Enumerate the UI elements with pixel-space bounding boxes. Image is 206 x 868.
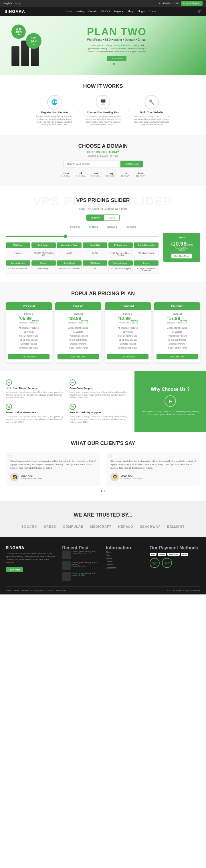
cart-icon[interactable]: 🛒 [198,10,201,13]
plan-classic[interactable]: Classic [89,225,98,228]
pricing-btn-1[interactable]: Get This Plan [57,354,99,360]
billing-monthly-btn[interactable]: Monthly [86,215,104,221]
nav-whois[interactable]: WHOIS [101,10,110,13]
navbar: SINGARA Home Hosting Domain WHOIS Pages … [0,7,206,16]
logo[interactable]: SINGARA [5,9,25,14]
post-thumb-2 [62,561,71,570]
hero-section: UP TO 30% OFF From $12 Year PLAN TWO Wor… [0,16,206,75]
price-amount: $12 [31,39,37,43]
classic-get-btn[interactable]: Get This Plan [171,254,192,258]
val-cpu: 2 vCore [6,250,30,258]
footer-desc: Lorem ipsum is simply dummy text of the … [6,552,56,564]
info-link-career[interactable]: Career [106,560,144,563]
twitter-icon[interactable]: t [23,2,23,5]
hero-cta-button[interactable]: Learn More [107,56,127,61]
play-button[interactable]: ▶ [164,395,176,407]
dot-2[interactable] [116,63,118,65]
hosting-icon: 🖥️ [96,95,110,109]
footer-bottom-home[interactable]: Home [6,590,11,592]
test-dot-2[interactable] [104,490,105,492]
author-name-1: Jane Doe [21,475,42,477]
step1-desc: Lorem ipsum is simply dummy text of the … [36,115,73,126]
pricing-btn-0[interactable]: Get This Plan [8,354,50,360]
why-desc-1: Lorem ipsum is simply dummy text of the … [6,391,65,399]
post-title-3[interactable]: Lorem ipsum dummy text [72,572,95,574]
seal-1: SECURE SSL [150,558,160,568]
post-title-1[interactable]: Lorem ipsum dummy text [72,551,95,553]
how-step-3: 🔧 Build Your Website Lorem ipsum is simp… [133,95,170,126]
nav-hosting[interactable]: Hosting [76,10,84,13]
tld-tv: .tv $12.99/Y [121,172,130,178]
how-works-grid: 🌐 Register Your Domain Lorem ipsum is si… [6,95,200,126]
nav-links: Home Hosting Domain WHOIS Pages ▾ Shop B… [65,10,158,13]
vps-slider-track[interactable] [6,236,158,237]
footer-learn-more-btn[interactable]: Learn More [6,567,23,572]
info-link-contact[interactable]: Contact [106,563,144,566]
logo-medicraft: MEDICRAFT [91,525,111,528]
feature-item: 25 GB SSD Storage [107,338,149,342]
logo-main: GARA [12,9,25,14]
classic-price-main: 10.99 [172,241,186,247]
plan-standard[interactable]: Standard [106,225,117,228]
seal-2: TRUSTED SITE [162,558,172,568]
footer-about: SINGARA Lorem ipsum is simply dummy text… [6,546,56,581]
dot-1[interactable] [113,63,115,65]
login-button[interactable]: Login / Sign up [181,1,203,6]
domain-price-link[interactable]: $10.99 [100,154,108,157]
googleplus-icon[interactable]: g+ [19,2,22,5]
footer-posts-list: Lorem ipsum dummy text January 12, 2019 … [62,551,100,581]
why-item-4: 04 Free 24/7 Priority Support Lorem ipsu… [70,404,129,423]
hero-dots [45,63,189,65]
why-title-1: Up to Join Faster Servers [6,387,65,390]
nav-home[interactable]: Home [65,10,72,13]
domain-search-button[interactable]: Search Now [121,161,143,167]
classic-price-unit: /month [186,244,192,246]
plan-personal[interactable]: Personal [70,225,80,228]
info-link-datacenter[interactable]: Datacenter [106,566,144,569]
testimonials-title: WHAT OUR CLIENT'S SAY [6,440,200,446]
footer-bottom-datacenter[interactable]: Datacenter [56,590,66,592]
vps-slider-container: CPU Power Disk Space Guaranteed RAM Burs… [6,233,200,274]
vps-slider-thumb[interactable] [64,235,67,238]
language-selector[interactable]: English [3,2,12,5]
domain-search-input[interactable] [63,161,121,167]
price-from: From [31,37,36,39]
footer-bottom-contact[interactable]: Contact [46,590,53,592]
billing-yearly-btn[interactable]: Yearly [104,215,120,221]
plan-premium[interactable]: Premium [126,225,136,228]
why-title-2: Guru Crew Support [70,387,129,390]
post-title-2[interactable]: Lorem ipsum dummy text of printing [72,561,100,565]
test-dot-1[interactable] [101,490,102,492]
logo-sogard: SOGARD [22,525,37,528]
nav-pages[interactable]: Pages ▾ [114,10,124,13]
top-bar-right: +1 45-884-14248 Login / Sign up [159,1,203,6]
pricing-price-2: $12.99/mo/mo [107,316,149,322]
info-link-blog[interactable]: Blog [106,554,144,557]
visa-card: VISA [150,553,156,556]
badge-off: OFF [17,33,21,35]
dot-3[interactable] [119,63,121,65]
feature-item: Unlimited Transfer [156,342,198,346]
pricing-body-classic: Starting at $08.99/mo/mo Previous Price:… [55,310,101,362]
facebook-icon[interactable]: f [14,2,15,5]
footer-bottom-about[interactable]: About [14,590,19,592]
footer-payment: Our Payment Methods VISA PayPal MasterCa… [150,546,200,581]
info-link-affiliate[interactable]: Affiliate [106,557,144,560]
linkedin-icon[interactable]: in [16,2,18,5]
how-step-1: 🌐 Register Your Domain Lorem ipsum is si… [36,95,73,126]
nav-contact[interactable]: Contact [149,10,158,13]
val-disk: 200-300 GB / 150-250 GB [31,250,56,258]
footer-post-3: Lorem ipsum dummy text January 8, 2019 [62,572,100,581]
tld-com-name: .com [61,172,70,175]
footer-bottom-coming[interactable]: Coming Soon [31,590,44,592]
pricing-section: POPULAR PRICING PLAN Personal Starting a… [0,282,206,371]
nav-blog[interactable]: Blog ▾ [138,10,145,13]
nav-shop[interactable]: Shop [128,10,134,13]
pricing-btn-3[interactable]: Get This Plan [156,354,198,360]
nav-domain[interactable]: Domain [88,10,97,13]
payment-cards: VISA PayPal MasterCard Amex [150,553,200,556]
info-link-about[interactable]: About [106,551,144,554]
footer-bottom-affiliate[interactable]: Affiliate [22,590,29,592]
pricing-btn-2[interactable]: Get This Plan [107,354,149,360]
footer-copyright: © 2019 Singara. All Rights Reserved. [167,590,200,592]
